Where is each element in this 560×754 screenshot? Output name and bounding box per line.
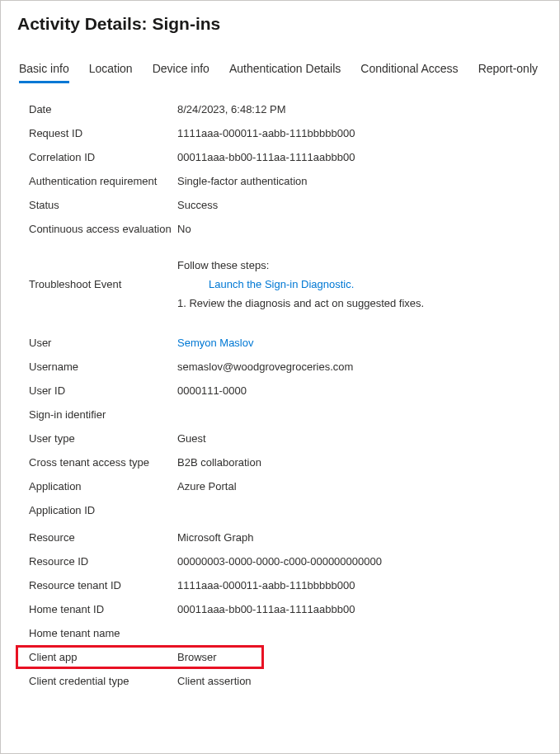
row-client-app-highlighted: Client app Browser bbox=[29, 645, 544, 669]
value-correlation-id: 00011aaa-bb00-111aa-1111aabbb00 bbox=[177, 151, 355, 163]
panel-title: Activity Details: Sign-ins bbox=[1, 1, 559, 42]
tab-authentication-details[interactable]: Authentication Details bbox=[229, 57, 341, 83]
row-home-tenant-id: Home tenant ID 00011aaa-bb00-111aa-1111a… bbox=[29, 597, 544, 621]
label-resource-tenant-id: Resource tenant ID bbox=[29, 579, 177, 591]
value-cross-tenant: B2B collaboration bbox=[177, 456, 261, 469]
label-correlation-id: Correlation ID bbox=[29, 151, 177, 163]
row-resource: Resource Microsoft Graph bbox=[29, 525, 544, 549]
row-troubleshoot: Troubleshoot Event Follow these steps: L… bbox=[29, 256, 544, 316]
row-date: Date 8/24/2023, 6:48:12 PM bbox=[29, 97, 544, 121]
troubleshoot-lead-text: Follow these steps: bbox=[177, 259, 544, 271]
troubleshoot-content: Follow these steps: Launch the Sign-in D… bbox=[177, 259, 544, 309]
tab-basic-info[interactable]: Basic info bbox=[19, 57, 69, 83]
value-resource-tenant-id: 1111aaa-000011-aabb-111bbbbb000 bbox=[177, 579, 355, 591]
launch-diagnostic-link[interactable]: Launch the Sign-in Diagnostic. bbox=[177, 278, 544, 290]
value-client-credential-type: Client assertion bbox=[177, 675, 252, 687]
value-request-id: 1111aaa-000011-aabb-111bbbbb000 bbox=[177, 127, 355, 139]
value-user-type: Guest bbox=[177, 432, 206, 445]
tab-location[interactable]: Location bbox=[89, 57, 133, 83]
row-cae: Continuous access evaluation No bbox=[29, 217, 544, 241]
label-troubleshoot: Troubleshoot Event bbox=[29, 278, 177, 290]
row-username: Username semaslov@woodgrovegroceries.com bbox=[29, 355, 544, 379]
label-resource: Resource bbox=[29, 531, 177, 544]
label-username: Username bbox=[29, 361, 177, 373]
label-home-tenant-name: Home tenant name bbox=[29, 627, 177, 639]
label-home-tenant-id: Home tenant ID bbox=[29, 603, 177, 615]
label-date: Date bbox=[29, 103, 177, 115]
tabs-container: Basic info Location Device info Authenti… bbox=[1, 42, 559, 84]
row-application: Application Azure Portal bbox=[29, 474, 544, 498]
row-user: User Semyon Maslov bbox=[29, 331, 544, 355]
tab-report-only[interactable]: Report-only bbox=[478, 57, 538, 83]
label-user: User bbox=[29, 337, 177, 349]
label-client-credential-type: Client credential type bbox=[29, 675, 177, 687]
label-client-app: Client app bbox=[29, 651, 177, 663]
label-status: Status bbox=[29, 199, 177, 211]
row-cross-tenant: Cross tenant access type B2B collaborati… bbox=[29, 450, 544, 474]
row-user-type: User type Guest bbox=[29, 426, 544, 450]
row-resource-tenant-id: Resource tenant ID 1111aaa-000011-aabb-1… bbox=[29, 573, 544, 597]
label-resource-id: Resource ID bbox=[29, 555, 177, 568]
value-resource: Microsoft Graph bbox=[177, 531, 253, 544]
row-request-id: Request ID 1111aaa-000011-aabb-111bbbbb0… bbox=[29, 121, 544, 145]
tab-conditional-access[interactable]: Conditional Access bbox=[360, 57, 458, 83]
label-auth-requirement: Authentication requirement bbox=[29, 175, 177, 187]
details-content: Date 8/24/2023, 6:48:12 PM Request ID 11… bbox=[1, 84, 559, 693]
value-auth-requirement: Single-factor authentication bbox=[177, 175, 308, 187]
label-user-id: User ID bbox=[29, 384, 177, 397]
value-status: Success bbox=[177, 199, 218, 211]
label-application: Application bbox=[29, 480, 177, 492]
label-user-type: User type bbox=[29, 432, 177, 445]
label-cross-tenant: Cross tenant access type bbox=[29, 456, 177, 469]
value-application: Azure Portal bbox=[177, 480, 237, 492]
value-username: semaslov@woodgrovegroceries.com bbox=[177, 361, 353, 373]
value-user-id: 0000111-0000 bbox=[177, 384, 247, 397]
value-user-link[interactable]: Semyon Maslov bbox=[177, 337, 253, 349]
row-user-id: User ID 0000111-0000 bbox=[29, 379, 544, 403]
row-auth-requirement: Authentication requirement Single-factor… bbox=[29, 169, 544, 193]
label-signin-identifier: Sign-in identifier bbox=[29, 408, 177, 421]
tab-device-info[interactable]: Device info bbox=[153, 57, 209, 83]
value-client-app: Browser bbox=[177, 651, 217, 663]
value-cae: No bbox=[177, 223, 191, 235]
label-request-id: Request ID bbox=[29, 127, 177, 139]
row-home-tenant-name: Home tenant name bbox=[29, 621, 544, 645]
row-resource-id: Resource ID 00000003-0000-0000-c000-0000… bbox=[29, 549, 544, 573]
troubleshoot-step-1: 1. Review the diagnosis and act on sugge… bbox=[177, 297, 544, 309]
row-client-credential-type: Client credential type Client assertion bbox=[29, 669, 544, 693]
value-date: 8/24/2023, 6:48:12 PM bbox=[177, 103, 286, 115]
row-application-id: Application ID bbox=[29, 498, 544, 522]
value-resource-id: 00000003-0000-0000-c000-000000000000 bbox=[177, 555, 382, 568]
row-signin-identifier: Sign-in identifier bbox=[29, 403, 544, 426]
row-status: Status Success bbox=[29, 193, 544, 217]
value-home-tenant-id: 00011aaa-bb00-111aa-1111aabbb00 bbox=[177, 603, 355, 615]
row-correlation-id: Correlation ID 00011aaa-bb00-111aa-1111a… bbox=[29, 145, 544, 169]
label-application-id: Application ID bbox=[29, 504, 177, 516]
label-cae: Continuous access evaluation bbox=[29, 223, 177, 235]
